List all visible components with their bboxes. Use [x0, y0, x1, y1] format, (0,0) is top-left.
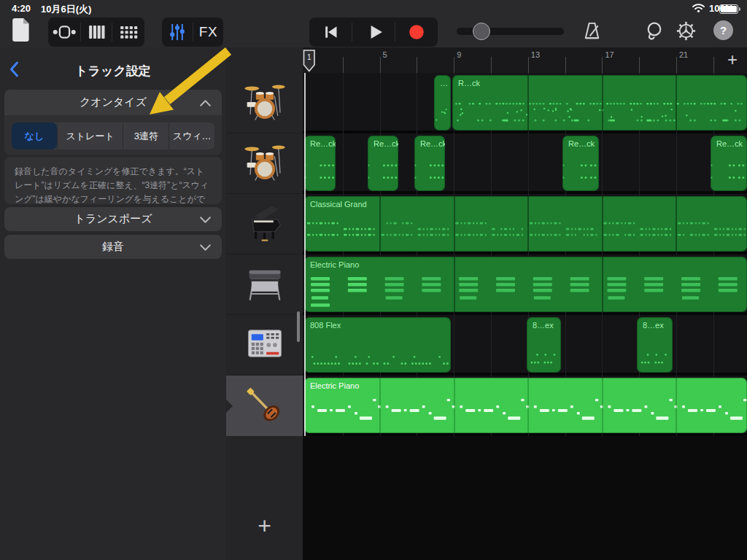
track-header-4[interactable]	[226, 315, 303, 376]
mixer-sliders-icon	[165, 20, 190, 44]
live-loops-grid-button[interactable]	[112, 18, 144, 47]
midi-region-1[interactable]: R…ck	[452, 75, 747, 131]
track-header-2[interactable]	[226, 194, 303, 254]
quantize-option-2[interactable]: 3連符	[123, 122, 169, 149]
loop-seam	[527, 196, 529, 252]
ruler-bar-label: 5	[383, 50, 387, 59]
track-header-0[interactable]	[226, 73, 303, 133]
add-track-button[interactable]: +	[226, 514, 303, 537]
play-icon	[361, 20, 386, 44]
quantize-option-3[interactable]: スウィ…	[169, 122, 214, 149]
ruler-tick	[565, 57, 566, 73]
loop-seam	[527, 378, 529, 433]
ruler-tick	[454, 57, 454, 73]
mixer-fx-group: FX	[162, 18, 223, 47]
midi-region-6[interactable]: Re…ck	[711, 136, 747, 191]
section-recording[interactable]: 録音	[4, 235, 222, 259]
track-header-5[interactable]	[226, 376, 303, 436]
volume-slider-thumb[interactable]	[473, 23, 490, 40]
loop-browser-button[interactable]	[643, 20, 665, 45]
ruler-tick	[676, 57, 677, 73]
instrument-view-button[interactable]	[81, 18, 112, 47]
rewind-button[interactable]	[309, 18, 352, 47]
help-label: ?	[720, 24, 727, 36]
quantize-section-body: なしストレート3連符スウィ…	[4, 115, 222, 155]
loop-seam	[527, 75, 529, 131]
grid-icon	[115, 20, 142, 44]
quantize-option-1[interactable]: ストレート	[57, 122, 123, 149]
midi-region-9[interactable]: 808 Flex	[304, 317, 451, 373]
section-transpose[interactable]: トランスポーズ	[4, 207, 222, 231]
timeline-lanes[interactable]: …R…ckRe…ckRe…ckRe…ckRe…ckRe…ckClassical …	[303, 73, 747, 436]
midi-region-10[interactable]: 8…ex	[527, 317, 561, 373]
drum-kit-icon	[242, 79, 287, 127]
drum-kit-icon	[242, 139, 287, 187]
drum-machine-icon	[243, 322, 287, 368]
piano-keys-icon	[83, 20, 109, 44]
loop-seam	[602, 378, 603, 433]
track-header-3[interactable]	[226, 254, 303, 315]
play-button[interactable]	[352, 18, 395, 47]
midi-region-4[interactable]: Re…ck	[414, 136, 445, 191]
loop-seam	[676, 196, 677, 252]
loop-seam	[454, 196, 455, 252]
midi-region-11[interactable]: 8…ex	[637, 317, 673, 373]
midi-region-0[interactable]: …	[434, 75, 451, 131]
help-button[interactable]: ?	[713, 20, 733, 40]
ruler-tick	[491, 57, 492, 73]
loop-seam	[602, 257, 603, 312]
record-icon	[404, 20, 429, 44]
ruler-bar-label: 13	[531, 50, 540, 59]
loop-seam	[379, 196, 381, 252]
midi-region-8[interactable]: Electric Piano	[304, 257, 747, 312]
my-songs-button[interactable]	[12, 18, 31, 44]
quantize-segmented-control: なしストレート3連符スウィ…	[12, 122, 214, 149]
gear-icon	[674, 19, 698, 43]
tracks-view-button[interactable]	[48, 18, 80, 47]
plus-icon: +	[727, 50, 738, 70]
record-button[interactable]	[395, 18, 438, 47]
track-settings-panel: トラック設定 クオンタイズ なしストレート3連符スウィ… 録音した音のタイミング…	[0, 47, 227, 560]
midi-region-2[interactable]: Re…ck	[304, 136, 336, 191]
section-label: 録音	[102, 240, 124, 254]
loop-seam	[602, 75, 603, 131]
quantize-section-header[interactable]: クオンタイズ	[4, 90, 222, 115]
ruler-bar-label: 17	[605, 50, 614, 59]
fx-button[interactable]: FX	[193, 18, 223, 47]
status-date: 10月6日(火)	[41, 3, 91, 16]
ruler-tick	[713, 57, 714, 73]
add-bars-button[interactable]: +	[722, 49, 743, 71]
vertical-scrollbar-thumb[interactable]	[297, 311, 300, 342]
transport-controls	[309, 18, 438, 47]
rewind-icon	[318, 20, 343, 44]
track-header-column	[226, 47, 303, 560]
midi-region-3[interactable]: Re…ck	[368, 136, 398, 191]
quantize-option-0[interactable]: なし	[12, 122, 57, 149]
settings-button[interactable]	[674, 19, 698, 46]
ruler-tick	[417, 57, 417, 73]
svg-text:1: 1	[307, 53, 311, 61]
track-header-1[interactable]	[226, 133, 303, 194]
metronome-button[interactable]	[581, 20, 603, 45]
ruler-bar-label: 9	[457, 50, 461, 59]
fx-label: FX	[199, 24, 217, 40]
midi-region-7[interactable]: Classical Grand	[304, 196, 747, 252]
midi-region-5[interactable]: Re…ck	[562, 136, 599, 191]
loop-seam	[676, 378, 677, 433]
quantize-description: 録音した音のタイミングを修正できます。“ストレート”はリズムを正確に整え、“3連…	[4, 157, 222, 204]
loop-seam	[454, 378, 455, 433]
midi-region-12[interactable]: Electric Piano	[304, 378, 747, 433]
playhead-line[interactable]	[304, 73, 306, 436]
wifi-icon	[692, 3, 705, 16]
playhead-marker[interactable]: 1	[303, 50, 316, 75]
garageband-app: 4:20 10月6日(火) 100%	[0, 0, 747, 560]
grand-piano-icon	[243, 201, 287, 247]
bass-guitar-icon	[242, 382, 287, 430]
quantize-header-label: クオンタイズ	[80, 96, 147, 109]
ruler-tick	[528, 57, 529, 73]
timeline-ruler[interactable]: + 591317211	[303, 47, 747, 74]
top-toolbar: 4:20 10月6日(火) 100%	[0, 0, 747, 47]
document-icon	[12, 18, 31, 42]
metronome-icon	[581, 20, 603, 42]
track-controls-button[interactable]	[162, 18, 193, 47]
